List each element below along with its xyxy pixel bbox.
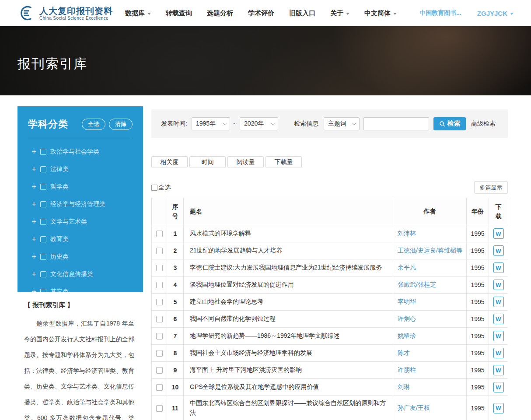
download-w-button[interactable]: W [493,262,504,273]
category-checkbox[interactable] [40,201,46,207]
category-item[interactable]: + 教育类 [31,235,133,243]
nav-item[interactable]: 选题分析 [207,9,233,18]
author-link[interactable]: 张殿武/张桂芝 [398,281,436,288]
download-w-button[interactable]: W [493,314,504,324]
nav-item[interactable]: 学术评价 [248,9,274,18]
row-checkbox[interactable] [156,282,163,288]
row-checkbox[interactable] [156,405,163,412]
account-name: ZGJYJCK [477,10,507,17]
author-link[interactable]: 李明华 [398,298,416,305]
category-checkbox[interactable] [40,149,46,155]
author-link[interactable]: 余平凡 [398,264,416,271]
download-w-button[interactable]: W [493,297,504,307]
download-w-button[interactable]: W [493,403,504,413]
library-link[interactable]: 中国教育图书... [419,9,461,17]
row-checkbox[interactable] [156,231,163,237]
category-checkbox[interactable] [40,254,46,260]
row-checkbox[interactable] [156,384,163,391]
author-link[interactable]: 姚翠珍 [398,332,416,339]
select-all-checkbox[interactable]: 全选 [151,184,171,192]
sort-button[interactable]: 相关度 [151,156,188,168]
category-item[interactable]: + 文学与艺术类 [31,218,133,226]
category-checkbox[interactable] [40,184,46,190]
account-menu[interactable]: ZGJYJCK [477,10,514,17]
author-link[interactable]: 刘琳 [398,383,410,390]
expand-plus-icon[interactable]: + [31,271,36,277]
row-checkbox[interactable] [156,316,163,322]
article-title-link[interactable]: 21世纪的地学发展趋势与人才培养 [184,242,393,259]
expand-plus-icon[interactable]: + [31,236,36,242]
author-link[interactable]: 陈才 [398,349,410,356]
nav-item[interactable]: 转载查询 [166,9,192,18]
nav-item[interactable]: 旧版入口 [289,9,315,18]
search-button[interactable]: 检索 [433,117,466,130]
row-checkbox[interactable] [156,299,163,305]
brand-logo[interactable]: 人大复印报刊资料 China Social Science Excellence [17,5,113,21]
download-w-button[interactable]: W [493,245,504,256]
expand-plus-icon[interactable]: + [31,184,36,190]
row-checkbox[interactable] [156,265,163,271]
article-title-link[interactable]: 我国不同自然带的化学剥蚀过程 [184,311,393,328]
article-title-link[interactable]: 建立山地社会学的理论思考 [184,294,393,311]
category-checkbox[interactable] [40,236,46,242]
nav-item[interactable]: 数据库 [125,9,151,18]
article-title-link[interactable]: 风水模式的环境学解释 [184,225,393,242]
category-checkbox[interactable] [40,289,46,295]
expand-plus-icon[interactable]: + [31,219,36,225]
category-checkbox[interactable] [40,219,46,225]
multi-display-button[interactable]: 多篇显示 [474,181,508,194]
author-link[interactable]: 刘沛林 [398,230,416,237]
category-item[interactable]: + 法律类 [31,165,133,173]
article-title-link[interactable]: 谈我国地理位置对经济发展的促进作用 [184,276,393,294]
select-all-checkbox-input[interactable] [151,185,157,191]
article-title-link[interactable]: 李德仁院士建议:大力发展我国地理信息产业为21世纪经济持续发展服务 [184,259,393,276]
author-link[interactable]: 孙广友/王权 [398,404,430,411]
row-checkbox[interactable] [156,333,163,340]
download-w-button[interactable]: W [493,280,504,290]
category-item[interactable]: + 文化信息传播类 [31,270,133,278]
article-title-link[interactable]: 中国东北高纬区综合自然区划界限探讨——兼议综合自然区划的原则和方法 [184,396,393,420]
article-title-link[interactable]: GPS全球是位系统及其在地学遥感中的应用价值 [184,379,393,396]
advanced-search-link[interactable]: 高级检索 [471,120,496,128]
row-checkbox[interactable] [156,367,163,374]
nav-item[interactable]: 关于 [330,9,349,18]
author-link[interactable]: 许朋柱 [398,366,416,373]
category-checkbox[interactable] [40,166,46,172]
download-w-button[interactable]: W [493,348,504,358]
article-title-link[interactable]: 地理学研究的新趋势——1986～1992年地理学文献综述 [184,328,393,345]
category-item[interactable]: + 其它类 [31,288,133,296]
category-item[interactable]: + 哲学类 [31,183,133,191]
expand-plus-icon[interactable]: + [31,254,36,260]
article-title-link[interactable]: 海平面上 升对里下河地区洪涝灾害的影响 [184,362,393,379]
expand-plus-icon[interactable]: + [31,149,36,155]
search-input[interactable] [363,117,429,130]
category-item[interactable]: + 历史类 [31,253,133,261]
download-w-button[interactable]: W [493,365,504,375]
download-w-button[interactable]: W [493,382,504,392]
clear-button[interactable]: 清除 [109,119,133,130]
category-item[interactable]: + 经济学与经济管理类 [31,200,133,208]
year-to-select[interactable]: 2020年 [240,117,278,130]
expand-plus-icon[interactable]: + [31,166,36,172]
category-item[interactable]: + 政治学与社会学类 [31,148,133,156]
page: 人大复印报刊资料 China Social Science Excellence… [0,0,531,420]
publish-time-label: 发表时间: [161,120,187,128]
year-from-select[interactable]: 1995年 [192,117,230,130]
article-title-link[interactable]: 我国社会主义市场经济与经济地理学科的发展 [184,345,393,362]
select-all-button[interactable]: 全选 [82,119,105,130]
sort-button[interactable]: 时间 [189,156,226,168]
author-link[interactable]: 王德滋/史运良/蒋维楣等 [398,247,462,254]
expand-plus-icon[interactable]: + [31,201,36,207]
nav-item[interactable]: 中文简体 [364,9,397,18]
category-checkbox[interactable] [40,271,46,277]
download-w-button[interactable]: W [493,228,504,239]
row-checkbox[interactable] [156,350,163,357]
field-type-select[interactable]: 主题词 [324,117,360,130]
row-checkbox[interactable] [156,248,163,254]
category-label: 教育类 [50,235,69,243]
download-w-button[interactable]: W [493,331,504,341]
expand-plus-icon[interactable]: + [31,289,36,295]
author-link[interactable]: 许炯心 [398,315,416,322]
sort-button[interactable]: 阅读量 [227,156,264,168]
sort-button[interactable]: 下载量 [266,156,302,168]
